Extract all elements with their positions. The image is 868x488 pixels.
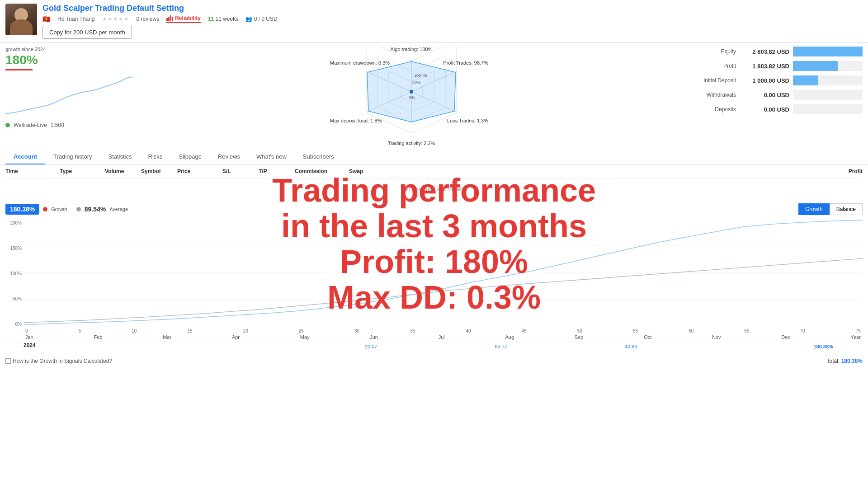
avg-stat-box: 89.54% Average bbox=[76, 206, 128, 213]
withdrawals-value: 0.00 USD bbox=[740, 92, 789, 99]
bars-icon bbox=[166, 15, 173, 21]
svg-text:50%: 50% bbox=[412, 80, 420, 84]
withdrawals-bar-container bbox=[793, 90, 863, 100]
reviews-count[interactable]: 0 reviews bbox=[137, 16, 160, 22]
deposits-bar-container bbox=[793, 104, 863, 114]
svg-text:100+%: 100+% bbox=[414, 73, 427, 78]
equity-bar bbox=[793, 47, 863, 56]
mini-chart bbox=[5, 73, 132, 118]
total-label: Total: bbox=[827, 358, 840, 364]
growth-stat-box: 180.38% Growth bbox=[5, 204, 67, 215]
toggle-growth-button[interactable]: Growth bbox=[798, 203, 830, 215]
growth-toggle: Growth Balance bbox=[798, 203, 863, 215]
reliability-badge: Reliability bbox=[166, 15, 201, 23]
tab-risks[interactable]: Risks bbox=[140, 150, 171, 164]
radar-label-drawdown: Maximum drawdown: 0.3% bbox=[330, 60, 390, 66]
radar-label-loss: Loss Trades: 1.3% bbox=[447, 118, 488, 123]
y-200: 200% bbox=[5, 221, 22, 225]
col-header-time: Time bbox=[5, 168, 60, 174]
year-total-value: 180.38% bbox=[813, 344, 833, 349]
y-100: 100% bbox=[5, 271, 22, 276]
total-value: 180.38% bbox=[841, 358, 863, 364]
col-header-volume: Volume bbox=[105, 168, 141, 174]
checkbox-icon[interactable] bbox=[5, 358, 11, 364]
radar-label-activity: Trading activity: 2.2% bbox=[388, 141, 435, 146]
growth-section: growth since 2024 180% Weltrade-Live 1:5… bbox=[5, 47, 141, 128]
y-50: 50% bbox=[5, 296, 22, 301]
leverage: 1:500 bbox=[51, 122, 64, 128]
header-area: Gold Scalper Trading Default Setting 🇻🇳 … bbox=[0, 0, 868, 43]
svg-text:0%: 0% bbox=[409, 95, 415, 100]
year-row: 2024 20.07 65.77 40.86 180.38% bbox=[5, 342, 863, 351]
x-axis-numbers: 051015202530354045505560657075 bbox=[24, 328, 863, 333]
avatar bbox=[5, 4, 37, 35]
initial-deposit-bar-container bbox=[793, 75, 863, 85]
tab-account[interactable]: Account bbox=[5, 150, 45, 164]
meta-row: 🇻🇳 Ho Tuan Thang ★★★★★ 0 reviews Reliabi… bbox=[42, 15, 863, 23]
product-title: Gold Scalper Trading Default Setting bbox=[42, 4, 863, 13]
month-labels: JanFebMarAprMayJunJulAugSepOctNovDecYear bbox=[24, 333, 863, 341]
tab-statistics[interactable]: Statistics bbox=[100, 150, 140, 164]
no-data-message: No positions and orders bbox=[5, 178, 863, 200]
growth-underline bbox=[5, 69, 33, 70]
tab-whats-new[interactable]: What's new bbox=[248, 150, 295, 164]
withdrawals-row: Withdrawals 0.00 USD bbox=[682, 90, 863, 100]
broker-info: Weltrade-Live 1:500 bbox=[5, 122, 141, 128]
growth-stat-pill: 180.38% bbox=[5, 204, 39, 215]
copy-button[interactable]: Copy for 200 USD per month bbox=[42, 26, 132, 39]
tabs-row: Account Trading history Statistics Risks… bbox=[0, 150, 868, 164]
toggle-balance-button[interactable]: Balance bbox=[830, 203, 863, 215]
y-150: 150% bbox=[5, 246, 22, 251]
profit-row: Profit 1 803.82 USD bbox=[682, 61, 863, 71]
chart-area bbox=[24, 219, 863, 328]
tab-reviews[interactable]: Reviews bbox=[210, 150, 248, 164]
year-label: 2024 bbox=[24, 342, 42, 351]
avg-stat-value: 89.54% bbox=[85, 206, 106, 213]
withdrawals-label: Withdrawals bbox=[682, 92, 736, 98]
how-link-text[interactable]: How is the Growth in Signals Calculated? bbox=[13, 358, 112, 364]
col-header-tp: T/P bbox=[259, 168, 295, 174]
profit-label: Profit bbox=[682, 63, 736, 69]
main-content-row: growth since 2024 180% Weltrade-Live 1:5… bbox=[0, 43, 868, 150]
tab-trading-history[interactable]: Trading history bbox=[45, 150, 100, 164]
tab-subscribers[interactable]: Subscribers bbox=[295, 150, 342, 164]
header-info: Gold Scalper Trading Default Setting 🇻🇳 … bbox=[42, 4, 863, 39]
usd-info: 👥 0 / 0 USD bbox=[245, 16, 277, 22]
table-section: Time Type Volume Symbol Price S/L T/P Co… bbox=[0, 164, 868, 200]
main-chart-svg bbox=[24, 219, 863, 327]
author-name: Ho Tuan Thang bbox=[57, 16, 95, 22]
y-axis: 200% 150% 100% 50% 0% bbox=[5, 219, 24, 328]
growth-stat-value: 180.38% bbox=[10, 206, 35, 213]
initial-deposit-row: Initial Deposit 1 000.00 USD bbox=[682, 75, 863, 85]
jun-value: 20.07 bbox=[365, 344, 377, 349]
growth-dot-icon bbox=[43, 207, 47, 211]
star-rating: ★★★★★ bbox=[102, 16, 129, 22]
avg-stat-label: Average bbox=[109, 206, 128, 212]
aug-value: 40.86 bbox=[625, 344, 637, 349]
initial-deposit-value: 1 000.00 USD bbox=[740, 77, 789, 84]
chart-with-yaxis: 200% 150% 100% 50% 0% bbox=[5, 219, 863, 328]
profit-bar bbox=[793, 61, 838, 71]
radar-label-deposit: Max deposit load: 1.8% bbox=[330, 118, 382, 123]
x-axis-numbers-row: 051015202530354045505560657075 bbox=[5, 328, 863, 333]
weeks-info: 11 11 weeks bbox=[208, 16, 238, 22]
growth-value: 180% bbox=[5, 53, 141, 67]
footer-row: How is the Growth in Signals Calculated?… bbox=[0, 355, 868, 367]
how-link[interactable]: How is the Growth in Signals Calculated? bbox=[5, 358, 112, 364]
equity-bar-container bbox=[793, 47, 863, 56]
green-dot-icon bbox=[5, 123, 10, 127]
bottom-section: 180.38% Growth 89.54% Average Growth Bal… bbox=[0, 200, 868, 355]
performance-stats-row: 180.38% Growth 89.54% Average Growth Bal… bbox=[5, 203, 863, 215]
col-header-price: Price bbox=[177, 168, 222, 174]
radar-section: 50% 0% 100+% Algo trading: 100% Profit T… bbox=[148, 47, 675, 146]
col-header-profit: Profit bbox=[394, 168, 863, 174]
reliability-label: Reliability bbox=[175, 15, 201, 21]
avg-dot-icon bbox=[76, 207, 81, 211]
monthly-values: 20.07 65.77 40.86 180.38% bbox=[42, 342, 863, 351]
col-header-swap: Swap bbox=[349, 168, 394, 174]
jul-value: 65.77 bbox=[495, 344, 507, 349]
tab-slippage[interactable]: Slippage bbox=[170, 150, 210, 164]
total-info: Total: 180.38% bbox=[827, 358, 863, 364]
deposits-value: 0.00 USD bbox=[740, 106, 789, 113]
radar-container: 50% 0% 100+% Algo trading: 100% Profit T… bbox=[339, 47, 484, 146]
